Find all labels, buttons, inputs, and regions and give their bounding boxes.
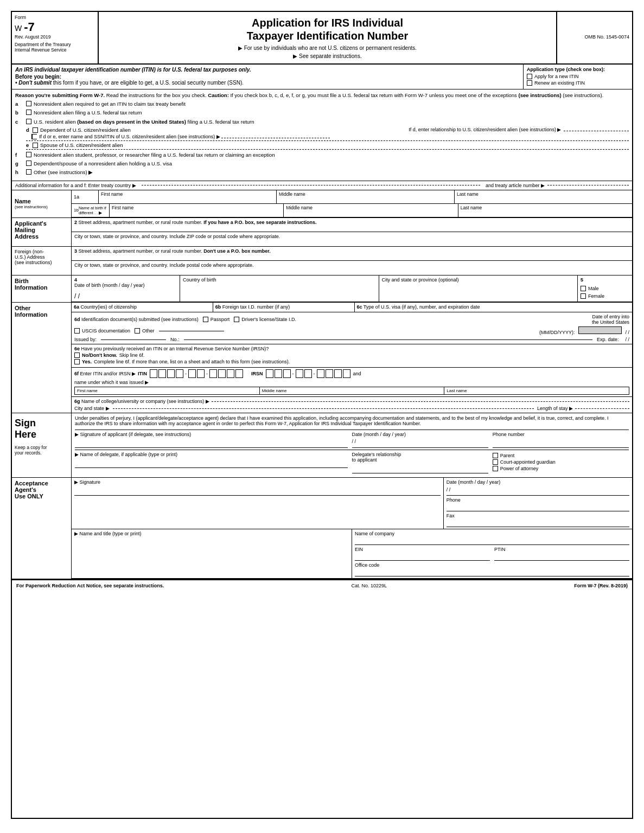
renew-checkbox[interactable] xyxy=(527,80,532,86)
birth-fields: 4 Date of birth (month / day / year) / /… xyxy=(72,275,632,302)
label-d: d xyxy=(26,127,31,133)
last-name-1b[interactable]: Last name xyxy=(458,204,632,217)
first-name-1a[interactable]: First name xyxy=(99,190,277,203)
form-title: Application for IRS Individual Taxpayer … xyxy=(110,16,545,42)
row-6e-text: 6e Have you previously received an ITIN … xyxy=(74,346,629,351)
other-doc-checkbox[interactable] xyxy=(135,328,140,334)
accept-sig-line[interactable] xyxy=(74,485,441,496)
form-header-right: OMB No. 1545-0074 xyxy=(556,12,632,63)
row-6d-bottom: USCIS documentation Other (MM/DD/YYYY): … xyxy=(74,326,629,335)
dept: Department of the Treasury xyxy=(15,42,95,47)
checkbox-d[interactable] xyxy=(33,127,38,133)
accept-sig-cell[interactable]: ▶ Signature xyxy=(72,478,444,529)
last-name-1a[interactable]: Last name xyxy=(455,190,632,203)
company-line[interactable] xyxy=(355,536,629,545)
mailing-city[interactable]: City or town, state or province, and cou… xyxy=(72,232,632,246)
ein-line[interactable] xyxy=(355,552,490,561)
6f-first-name[interactable]: First name xyxy=(74,387,259,395)
drivers-row: Driver's license/State I.D. xyxy=(234,317,296,322)
ein-cell: EIN xyxy=(355,547,490,561)
treaty-number-line xyxy=(547,185,629,185)
checkbox-g-row: g Dependent/spouse of a nonresident alie… xyxy=(15,160,629,167)
office-code-line[interactable] xyxy=(355,568,629,576)
label-b: b xyxy=(15,109,26,116)
middle-name-1b[interactable]: Middle name xyxy=(284,204,458,217)
de-combined-if: If d or e, enter name and SSN/ITIN of U.… xyxy=(39,134,629,139)
6f-last-name[interactable]: Last name xyxy=(444,387,629,395)
delegate-rel-line[interactable] xyxy=(352,463,488,473)
paperwork-notice: For Paperwork Reduction Act Notice, see … xyxy=(16,583,164,588)
de-bracket-container: d Dependent of U.S. citizen/resident ali… xyxy=(15,127,629,148)
acceptance-label: Acceptance Agent's Use ONLY xyxy=(12,478,72,579)
uscis-checkbox[interactable] xyxy=(74,328,80,334)
checkbox-g[interactable] xyxy=(26,161,31,166)
female-checkbox[interactable] xyxy=(581,293,586,299)
checkbox-f[interactable] xyxy=(26,152,31,157)
row-6f: 6f Enter ITIN and/or IRSN ▶ ITIN - - xyxy=(72,368,632,397)
date-slash: / / xyxy=(625,330,629,335)
foreign-label: Foreign (non- U.S.) Address (see instruc… xyxy=(12,247,72,275)
other-section: Other Information 6a Country(ies) of cit… xyxy=(12,303,632,414)
drivers-checkbox[interactable] xyxy=(234,317,239,322)
accept-name-line[interactable] xyxy=(74,536,349,547)
mailing-fields: 2 Street address, apartment number, or r… xyxy=(72,218,632,246)
first-name-1b[interactable]: First name xyxy=(110,204,284,217)
itin-notice-row: An IRS individual taxpayer identificatio… xyxy=(12,65,632,89)
accept-fax-line[interactable] xyxy=(447,518,629,527)
apply-new-label: Apply for a new ITIN xyxy=(534,74,579,79)
mailing-street[interactable]: 2 Street address, apartment number, or r… xyxy=(72,218,632,232)
row-6e: 6e Have you previously received an ITIN … xyxy=(72,344,632,368)
accept-name-cell[interactable]: ▶ Name and title (type or print) xyxy=(72,529,352,578)
checkbox-c[interactable] xyxy=(26,119,31,124)
ptin-cell: PTIN xyxy=(494,547,629,561)
power-checkbox[interactable] xyxy=(493,466,498,471)
sig-date-line[interactable]: / / xyxy=(352,437,488,448)
sig-phone-line[interactable] xyxy=(493,437,629,448)
dob-cell[interactable]: 4 Date of birth (month / day / year) / / xyxy=(72,275,180,302)
court-checkbox[interactable] xyxy=(493,459,498,465)
accept-phone-line[interactable] xyxy=(447,503,629,511)
delegate-line[interactable] xyxy=(75,457,348,468)
yes-checkbox[interactable] xyxy=(74,359,80,364)
row-6g-top: 6g Name of college/university or company… xyxy=(74,399,629,404)
ptin-line[interactable] xyxy=(494,552,629,561)
accept-date-line[interactable] xyxy=(447,495,629,496)
middle-name-1a[interactable]: Middle name xyxy=(277,190,455,203)
exp-slashes: / / xyxy=(625,337,629,342)
foreign-street[interactable]: 3 Street address, apartment number, or r… xyxy=(72,247,632,261)
form-header-left: Form W-7 Rev. August 2019 Department of … xyxy=(12,12,99,63)
bracket-right: If d or e, enter name and SSN/ITIN of U.… xyxy=(31,134,629,139)
accept-date-phone-cell: Date (month / day / year) / / Phone Fax xyxy=(444,478,632,529)
before-begin: Before you begin: xyxy=(15,74,520,80)
male-checkbox[interactable] xyxy=(581,286,586,291)
parent-checkbox[interactable] xyxy=(493,453,498,458)
row-6f-name: name under which it was issued ▶ xyxy=(74,380,629,385)
footer: For Paperwork Reduction Act Notice, see … xyxy=(12,579,632,591)
checkbox-b[interactable] xyxy=(26,110,31,115)
foreign-city[interactable]: City or town, state or province, and cou… xyxy=(72,261,632,275)
6f-middle-name[interactable]: Middle name xyxy=(259,387,444,395)
date-entry-field[interactable] xyxy=(578,326,622,334)
cell-6c[interactable]: 6c Type of U.S. visa (if any), number, a… xyxy=(355,303,633,312)
apply-new-checkbox[interactable] xyxy=(527,74,532,79)
checkbox-h[interactable] xyxy=(26,169,31,175)
renew-row: Renew an existing ITIN xyxy=(527,80,629,86)
other-doc-row: Other xyxy=(135,328,224,334)
additional-info: Additional information for a and f: Ente… xyxy=(15,183,136,188)
name-label: Name (see instructions) xyxy=(12,190,72,217)
passport-checkbox[interactable] xyxy=(203,317,208,322)
cell-6a[interactable]: 6a Country(ies) of citizenship xyxy=(72,303,213,312)
irs: Internal Revenue Service xyxy=(15,47,95,53)
and-treaty: and treaty article number ▶ xyxy=(486,183,545,188)
cell-6b[interactable]: 6b Foreign tax I.D. number (if any) xyxy=(213,303,355,312)
checkbox-e[interactable] xyxy=(33,143,38,148)
text-d: Dependent of U.S. citizen/resident alien xyxy=(40,127,403,133)
city-state-cell[interactable]: City and state or province (optional) xyxy=(379,275,578,302)
d-dashed-line xyxy=(564,131,629,131)
date-entry-label: Date of entry into the United States xyxy=(301,314,629,325)
country-birth-cell[interactable]: Country of birth xyxy=(180,275,379,302)
checkbox-a[interactable] xyxy=(26,101,31,106)
sig-line[interactable] xyxy=(75,437,348,448)
date-sig-field: Date (month / day / year) / / xyxy=(352,432,488,448)
no-dont-checkbox[interactable] xyxy=(74,353,80,358)
